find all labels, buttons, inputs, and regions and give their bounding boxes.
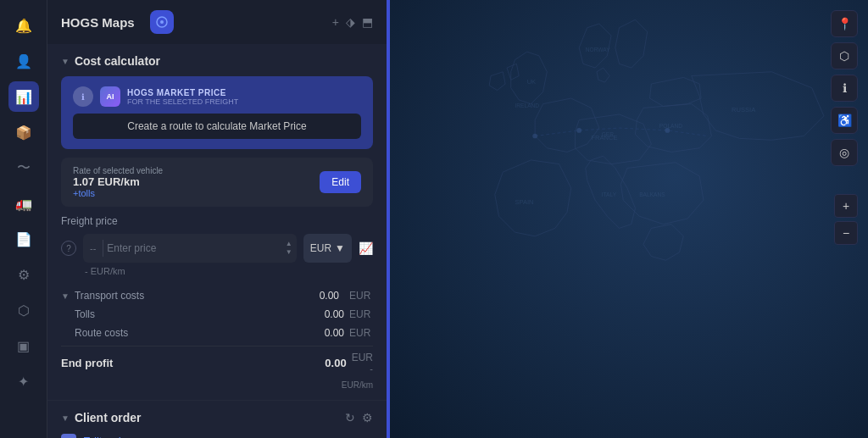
client-order-chevron[interactable]: ▼ — [61, 413, 70, 423]
svg-text:IRELAND: IRELAND — [515, 103, 539, 108]
transport-costs-header[interactable]: ▼ Transport costs 0.00 EUR — [61, 286, 373, 305]
end-profit-km: - — [370, 363, 373, 374]
map-background: UK NORWAY FRANCE GER. POLAND RUSSIA BALK… — [387, 0, 868, 438]
svg-text:SPAIN: SPAIN — [515, 198, 533, 206]
tolls-currency: EUR — [349, 308, 373, 320]
freight-price-label: Freight price — [61, 215, 373, 227]
rate-card: Rate of selected vehicle 1.07 EUR/km +to… — [61, 158, 373, 207]
cost-calculator-section: ▼ Cost calculator ℹ AI HOGS MARKET PRICE… — [47, 44, 387, 401]
zoom-out-button[interactable]: − — [834, 221, 858, 245]
route-costs-currency: EUR — [349, 327, 373, 339]
freight-down-arrow[interactable]: ▼ — [285, 248, 293, 257]
svg-point-4 — [576, 128, 581, 133]
freight-up-arrow[interactable]: ▲ — [285, 240, 293, 248]
edit-order-row: Edit order ← — [61, 424, 373, 438]
edit-order-link[interactable]: Edit order — [83, 435, 131, 438]
side-panel: HOGS Maps + ⬗ ⬒ ▼ Cost calculator ℹ AI H… — [47, 0, 387, 438]
location-icon[interactable]: 📍 — [831, 10, 858, 37]
client-order-header: ▼ Client order ↻ ⚙ — [61, 411, 373, 424]
edit-rate-button[interactable]: Edit — [320, 171, 361, 193]
rate-info: Rate of selected vehicle 1.07 EUR/km +to… — [73, 166, 163, 198]
hogs-icon — [150, 10, 174, 34]
transport-costs-value: 0.00 — [301, 290, 339, 302]
panel-title: HOGS Maps — [61, 15, 135, 30]
market-price-btn[interactable]: Create a route to calculate Market Price — [73, 114, 361, 139]
svg-text:UK: UK — [527, 78, 537, 86]
market-price-label: HOGS MARKET PRICE — [127, 88, 238, 97]
svg-text:BALKANS: BALKANS — [639, 191, 665, 197]
end-profit-value: 0.00 — [309, 357, 347, 369]
red-arrow-icon: ← — [144, 431, 161, 438]
zoom-in-button[interactable]: + — [834, 194, 858, 218]
client-settings-icon[interactable]: ⚙ — [362, 411, 373, 424]
map-area[interactable]: UK NORWAY FRANCE GER. POLAND RUSSIA BALK… — [387, 0, 868, 438]
layers-icon[interactable]: ⬡ — [8, 295, 39, 325]
truck-icon[interactable]: 🚛 — [8, 188, 39, 219]
route-costs-row: Route costs 0.00 EUR — [75, 324, 373, 342]
market-price-card: ℹ AI HOGS MARKET PRICE FOR THE SELECTED … — [61, 76, 373, 149]
end-profit-label: End profit — [61, 357, 309, 369]
transport-costs-label: Transport costs — [75, 290, 296, 302]
map-zoom-controls: + − — [834, 194, 858, 245]
cost-calc-title: Cost calculator — [75, 54, 160, 68]
star-icon[interactable]: ✦ — [8, 366, 39, 396]
share-icon[interactable]: ⬗ — [346, 15, 355, 29]
settings-icon[interactable]: ⚙ — [8, 259, 39, 290]
icon-bar: 🔔 👤 📊 📦 〜 🚛 📄 ⚙ ⬡ ▣ ✦ — [0, 0, 47, 438]
freight-input-row: ? -- ▲ ▼ EUR ▼ 📈 — [61, 234, 373, 263]
svg-point-5 — [532, 134, 537, 139]
market-price-text: HOGS MARKET PRICE FOR THE SELECTED FREIG… — [127, 88, 238, 106]
refresh-icon[interactable]: ↻ — [345, 411, 355, 424]
cost-calculator-header[interactable]: ▼ Cost calculator — [61, 54, 373, 68]
info-map-icon[interactable]: ℹ — [831, 75, 858, 102]
end-profit-per-km: EUR/km — [61, 379, 373, 390]
rate-label: Rate of selected vehicle — [73, 166, 163, 175]
market-price-header: ℹ AI HOGS MARKET PRICE FOR THE SELECTED … — [73, 86, 361, 107]
svg-text:POLAND: POLAND — [659, 123, 682, 129]
terminal-icon[interactable]: ▣ — [8, 330, 39, 361]
header-icons: + ⬗ ⬒ — [332, 15, 373, 29]
client-order-title: Client order — [75, 411, 142, 424]
layers-map-icon[interactable]: ⬡ — [831, 42, 858, 69]
route-icon[interactable]: 〜 — [8, 152, 39, 183]
freight-arrows: ▲ ▼ — [281, 238, 297, 258]
chart-bar-icon[interactable]: 📊 — [8, 81, 39, 112]
freight-price-input[interactable] — [103, 242, 281, 254]
freight-help-icon[interactable]: ? — [61, 241, 76, 256]
add-icon[interactable]: + — [332, 15, 339, 29]
end-profit-right: EUR - — [352, 352, 373, 374]
svg-text:ITALY: ITALY — [602, 191, 617, 197]
end-profit-row: End profit 0.00 EUR - — [61, 346, 373, 379]
map-top-right-controls: 📍 ⬡ ℹ ♿ ◎ — [831, 10, 858, 166]
currency-select[interactable]: EUR ▼ — [303, 234, 352, 263]
tolls-value: 0.00 — [306, 308, 344, 320]
tolls-label: Tolls — [75, 308, 306, 320]
freight-input-group: -- ▲ ▼ — [83, 234, 297, 263]
currency-chevron: ▼ — [335, 242, 345, 254]
market-price-sublabel: FOR THE SELECTED FREIGHT — [127, 97, 238, 106]
edit-order-icon — [61, 434, 76, 439]
transport-costs-currency: EUR — [349, 290, 373, 302]
end-profit-currency: EUR — [352, 352, 373, 363]
box-icon[interactable]: 📦 — [8, 117, 39, 147]
accessibility-icon[interactable]: ♿ — [831, 107, 858, 134]
currency-value: EUR — [310, 242, 331, 254]
freight-per-km: - EUR/km — [85, 266, 373, 276]
document-icon[interactable]: 📄 — [8, 224, 39, 254]
client-order-section: ▼ Client order ↻ ⚙ Edit order ← — [47, 401, 387, 438]
panel-header: HOGS Maps + ⬗ ⬒ — [47, 0, 387, 44]
transport-costs-chevron: ▼ — [61, 291, 70, 301]
map-svg: UK NORWAY FRANCE GER. POLAND RUSSIA BALK… — [387, 0, 868, 438]
svg-text:GER.: GER. — [602, 131, 615, 137]
tolls-link[interactable]: +tolls — [73, 188, 163, 198]
route-costs-value: 0.00 — [306, 327, 344, 339]
user-icon[interactable]: 👤 — [8, 46, 39, 76]
svg-text:NORWAY: NORWAY — [586, 47, 610, 53]
notification-icon[interactable]: 🔔 — [8, 10, 39, 41]
filter-icon[interactable]: ◎ — [831, 139, 858, 166]
chart-trend-icon[interactable]: 📈 — [359, 241, 373, 255]
info-icon: ℹ — [73, 86, 93, 107]
rate-value: 1.07 EUR/km — [73, 175, 163, 188]
cost-calc-chevron: ▼ — [61, 57, 70, 66]
folder-icon[interactable]: ⬒ — [362, 15, 373, 29]
